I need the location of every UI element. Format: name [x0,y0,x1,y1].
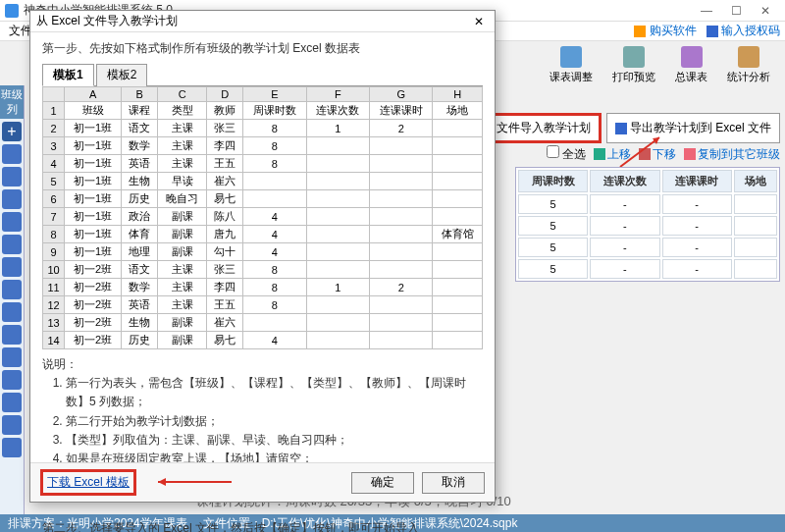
sidebar: 班级列 + [0,85,25,514]
col-header: B [122,87,158,102]
header-cell: 班级 [65,102,122,120]
table-row: 6初一1班历史晚自习易七 [43,190,483,208]
dialog-close-button[interactable]: ✕ [469,15,489,28]
sidebar-btn-6[interactable] [2,257,22,277]
header-cell: 1 [43,102,65,120]
header-cell: 类型 [157,102,207,120]
move-up-link[interactable]: 上移 [594,146,631,163]
step2-label: 第二步、选择要导入的 Excel 文件，然后按【确定】按钮，即可开始导入 [42,520,483,533]
sidebar-btn-11[interactable] [2,370,22,390]
template-tabs: 模板1 模板2 [42,63,483,86]
toolbar-adjust[interactable]: 课表调整 [540,44,602,86]
table-row: 14初一2班历史副课易七4 [43,332,483,349]
sidebar-btn-14[interactable] [2,438,22,457]
sidebar-btn-5[interactable] [2,235,22,254]
toolbar-total[interactable]: 总课表 [665,44,717,86]
buy-link[interactable]: 购买软件 [634,23,696,39]
sidebar-btn-4[interactable] [2,212,22,232]
table-row: 3初一1班数学主课李四8 [43,137,483,155]
import-dialog: 从 Excel 文件导入教学计划 ✕ 第一步、先按如下格式制作所有班级的教学计划… [29,10,496,503]
dialog-titlebar: 从 Excel 文件导入教学计划 ✕ [30,11,495,32]
sidebar-btn-1[interactable] [2,144,22,164]
svg-marker-3 [158,478,166,486]
sidebar-btn-12[interactable] [2,393,22,412]
arrow-up-icon [594,148,605,160]
note-item: 第一行为表头，需包含【班级】、【课程】、【类型】、【教师】、【周课时数】5 列数… [66,374,483,411]
header-cell: 连课课时 [369,102,432,120]
col-cons-count: 连课次数 [590,170,659,192]
excel-preview-table: ABCDEFGH1班级课程类型教师周课时数连课次数连课课时场地2初一1班语文主课… [42,86,483,349]
table-row: 5-- [518,238,777,257]
header-cell: 周课时数 [243,102,306,120]
maximize-button[interactable]: ☐ [721,4,751,18]
export-excel-button[interactable]: 导出教学计划到 Excel 文件 [606,113,780,143]
main-toolbar: 课表调整 打印预览 总课表 统计分析 [540,44,780,86]
header-cell: 课程 [122,102,158,120]
table-row: 11初一2班数学主课李四812 [43,279,483,296]
table-row: 5-- [518,194,777,214]
col-periods: 周课时数 [518,170,588,192]
dialog-title: 从 Excel 文件导入教学计划 [36,13,469,29]
col-header: E [243,87,306,102]
col-header: F [306,87,369,102]
mini-schedule-table: 周课时数 连课次数 连课课时 场地 5-- 5-- 5-- 5-- [515,167,780,282]
user-icon [706,26,718,37]
sidebar-header: 班级列 [0,85,24,119]
table-row: 2初一1班语文主课张三812 [43,120,483,137]
table-row: 7初一1班政治副课陈八4 [43,208,483,226]
tab-template1[interactable]: 模板1 [42,64,94,86]
app-logo-icon [5,4,19,18]
toolbar-analysis[interactable]: 统计分析 [717,44,780,86]
sidebar-add-button[interactable]: + [2,122,22,141]
table-row: 5-- [518,259,777,279]
minimize-button[interactable]: — [692,4,721,18]
sidebar-btn-8[interactable] [2,302,22,322]
copy-link[interactable]: 复制到其它班级 [684,146,780,163]
ok-button[interactable]: 确定 [351,472,414,494]
table-row: 5初一1班生物早读崔六 [43,173,483,190]
sidebar-btn-2[interactable] [2,167,22,186]
sidebar-btn-3[interactable] [2,189,22,209]
adjust-icon [560,46,582,68]
sidebar-btn-7[interactable] [2,280,22,299]
table-row: 8初一1班体育副课唐九4体育馆 [43,226,483,243]
download-template-link[interactable]: 下载 Excel 模板 [40,469,136,496]
col-venue: 场地 [734,170,777,192]
cancel-button[interactable]: 取消 [422,472,485,494]
cart-icon [634,26,646,37]
sidebar-btn-10[interactable] [2,347,22,367]
header-cell: 连课次数 [306,102,369,120]
table-row: 13初一2班生物副课崔六 [43,314,483,332]
table-row: 10初一2班语文主课张三8 [43,261,483,279]
col-header: C [157,87,207,102]
annotation-arrow-2 [148,472,236,492]
close-button[interactable]: ✕ [751,4,780,18]
header-cell: 教师 [207,102,243,120]
table-row: 4初一1班英语主课王五8 [43,155,483,173]
printer-icon [623,46,645,68]
table-row: 9初一1班地理副课勾十4 [43,243,483,261]
arrow-down-icon [639,148,651,160]
copy-icon [684,148,696,160]
note-item: 第二行开始为教学计划数据； [66,412,483,431]
dialog-footer: 下载 Excel 模板 确定 取消 [30,462,495,502]
select-all-checkbox[interactable]: 全选 [547,145,586,163]
table-row: 5-- [518,216,777,236]
col-header: A [65,87,122,102]
table-row: 12初一2班英语主课王五8 [43,296,483,314]
auth-link[interactable]: 输入授权码 [706,23,780,39]
sidebar-btn-13[interactable] [2,415,22,435]
col-cons-periods: 连课课时 [662,170,732,192]
table-icon [681,46,703,68]
move-down-link[interactable]: 下移 [639,146,676,163]
export-icon [615,123,627,134]
header-cell: 场地 [433,102,483,120]
step1-label: 第一步、先按如下格式制作所有班级的教学计划 Excel 数据表 [42,40,483,57]
toolbar-preview[interactable]: 打印预览 [602,44,665,86]
sidebar-btn-9[interactable] [2,325,22,345]
tab-template2[interactable]: 模板2 [96,64,148,86]
notes-title: 说明： [42,355,483,374]
action-bar-2: 全选 上移 下移 复制到其它班级 [547,145,780,163]
col-header: D [207,87,243,102]
col-header: H [433,87,483,102]
